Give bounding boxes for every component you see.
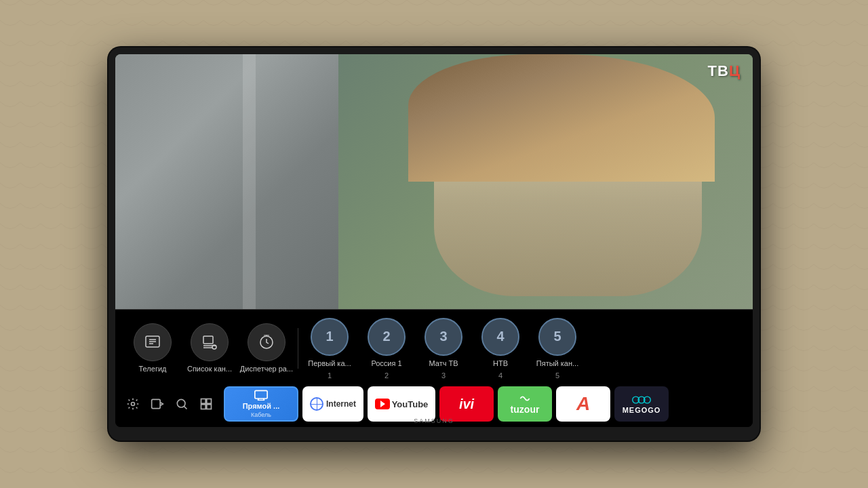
ch3-sublabel: 3	[441, 371, 446, 380]
nav-item-teleguide[interactable]: Телегид	[125, 323, 180, 373]
svg-point-11	[177, 399, 185, 407]
youtube-icon	[375, 399, 390, 409]
megogo-label: MEGOGO	[623, 406, 661, 414]
svg-line-12	[184, 406, 186, 409]
ch1-num: 1	[326, 329, 333, 344]
dispatcher-label: Диспетчер ра...	[240, 365, 293, 373]
ch2-sublabel: 2	[384, 371, 389, 380]
nav-item-ch4[interactable]: 4 НТВ 4	[473, 318, 528, 380]
ch4-circle: 4	[481, 318, 519, 356]
pryamoy-label: Прямой ...	[243, 402, 280, 410]
input-icon	[151, 397, 164, 411]
app-tuzour[interactable]: tuzour	[498, 386, 552, 422]
tuzour-label: tuzour	[511, 404, 540, 415]
search-button[interactable]	[172, 394, 191, 413]
ch2-label: Россия 1	[371, 359, 401, 368]
channel-list-icon	[201, 334, 218, 350]
tv-icon	[254, 390, 268, 401]
svg-rect-10	[152, 399, 161, 408]
app-ivi[interactable]: ivi	[439, 386, 494, 422]
svg-rect-4	[203, 336, 213, 344]
amediateka-content: A	[576, 393, 590, 415]
app-row: Прямой ... Кабель Internet	[122, 386, 746, 422]
input-button[interactable]	[148, 394, 167, 413]
pryamoy-sublabel: Кабель	[251, 411, 271, 418]
channel-watermark: ТВЦ	[708, 62, 741, 80]
globe-icon	[310, 397, 323, 411]
tv-set: ТВЦ	[108, 47, 760, 441]
nav-item-channel-list[interactable]: Список кан...	[182, 323, 237, 373]
teleguide-icon-circle	[134, 323, 172, 361]
nav-item-ch5[interactable]: 5 Пятый кан... 5	[530, 318, 585, 380]
ch2-num: 2	[382, 329, 390, 344]
nav-item-ch3[interactable]: 3 Матч ТВ 3	[416, 318, 471, 380]
ch3-label: Матч ТВ	[429, 359, 458, 368]
svg-rect-17	[255, 390, 267, 399]
channel-list-icon-circle	[191, 323, 229, 361]
app-youtube[interactable]: YouTube	[368, 386, 435, 422]
ch1-label: Первый ка...	[308, 359, 351, 368]
person-hair	[408, 54, 714, 182]
icon-buttons	[123, 394, 216, 413]
nav-item-ch2[interactable]: 2 Россия 1 2	[359, 318, 414, 380]
internet-label: Internet	[326, 399, 356, 409]
search-icon	[175, 397, 189, 411]
ch4-label: НТВ	[493, 359, 508, 368]
dispatcher-icon-circle	[248, 323, 285, 361]
app-megogo[interactable]: MEGOGO	[614, 386, 669, 422]
youtube-logo: YouTube	[375, 399, 429, 409]
app-internet[interactable]: Internet	[302, 386, 363, 422]
ch1-sublabel: 1	[328, 371, 332, 380]
svg-point-9	[132, 403, 135, 406]
video-bg-left	[115, 54, 357, 309]
svg-rect-15	[201, 405, 206, 409]
svg-rect-13	[201, 399, 206, 404]
door-edge	[243, 54, 256, 309]
settings-icon	[126, 397, 140, 411]
ch1-circle: 1	[311, 318, 349, 356]
megogo-content: MEGOGO	[623, 394, 661, 414]
teleguide-icon	[144, 334, 161, 350]
video-area: ТВЦ	[115, 54, 753, 309]
amediateka-logo-icon: A	[576, 393, 590, 415]
ch5-label: Пятый кан...	[536, 359, 578, 368]
ivi-label: ivi	[459, 396, 474, 412]
nav-separator	[298, 328, 298, 369]
ch5-num: 5	[553, 329, 561, 344]
tv-screen: ТВЦ	[115, 54, 753, 427]
app-amediateka[interactable]: A	[556, 386, 610, 422]
ch5-sublabel: 5	[555, 371, 559, 380]
ch4-num: 4	[496, 329, 504, 344]
channel-list-label: Список кан...	[187, 365, 232, 373]
menu-area: Телегид Список кан...	[115, 309, 753, 427]
app-pryamoy[interactable]: Прямой ... Кабель	[224, 386, 298, 422]
ch4-sublabel: 4	[498, 371, 502, 380]
clock-icon	[258, 334, 275, 350]
youtube-label: YouTube	[392, 399, 429, 409]
youtube-play-icon	[380, 401, 385, 407]
tuzour-content: tuzour	[511, 393, 540, 415]
grid-icon	[199, 397, 213, 411]
nav-item-dispatcher[interactable]: Диспетчер ра...	[239, 323, 294, 373]
samsung-logo: SAMSUNG	[414, 418, 454, 424]
ch5-circle: 5	[538, 318, 576, 356]
svg-rect-14	[207, 399, 212, 404]
svg-rect-16	[207, 405, 212, 409]
ch3-num: 3	[439, 329, 447, 344]
teleguide-label: Телегид	[139, 365, 167, 373]
megogo-logo-icon	[632, 394, 651, 406]
grid-button[interactable]	[197, 394, 216, 413]
ch3-circle: 3	[425, 318, 462, 356]
tv-bezel: ТВЦ	[108, 47, 760, 441]
ch2-circle: 2	[368, 318, 406, 356]
nav-row: Телегид Список кан...	[122, 318, 746, 380]
settings-button[interactable]	[123, 394, 142, 413]
tuzour-logo-icon	[518, 393, 532, 404]
internet-logo: Internet	[310, 397, 356, 411]
nav-item-ch1[interactable]: 1 Первый ка... 1	[302, 318, 357, 380]
